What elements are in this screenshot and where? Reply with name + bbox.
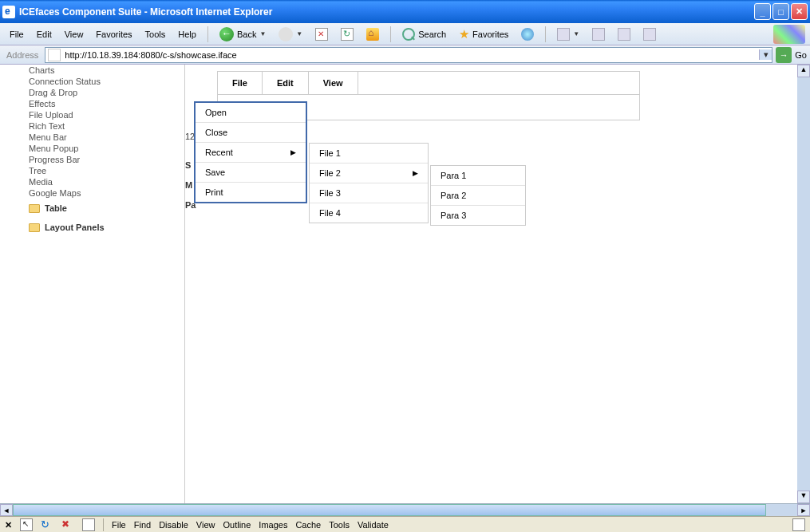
- folder-icon: [29, 223, 40, 232]
- dev-menu-outline[interactable]: Outline: [223, 520, 251, 530]
- submenu-item[interactable]: File 4: [310, 203, 428, 223]
- address-input-wrap[interactable]: ▾: [45, 47, 772, 63]
- windows-logo-icon: [773, 25, 805, 44]
- submenu-recent: File 1 File 2▶ File 3 File 4: [309, 143, 429, 223]
- edit-icon: [618, 28, 630, 41]
- submenu-item[interactable]: Para 2: [431, 186, 525, 206]
- content-area: ChartsConnection StatusDrag & DropEffect…: [0, 65, 810, 503]
- component-sidebar: ChartsConnection StatusDrag & DropEffect…: [0, 65, 185, 503]
- dev-clear-icon[interactable]: ✖: [61, 518, 74, 531]
- mail-button[interactable]: ▼: [552, 26, 584, 42]
- print-button[interactable]: [587, 26, 610, 42]
- sidebar-item[interactable]: Rich Text: [29, 120, 184, 132]
- submenu-item[interactable]: Para 3: [431, 206, 525, 225]
- sidebar-item[interactable]: Charts: [29, 65, 184, 76]
- code-icon: [643, 28, 656, 41]
- dropdown-menu-file: Open Close Recent▶ Save Print: [194, 101, 307, 203]
- chevron-right-icon: ▶: [290, 148, 296, 156]
- favorites-button[interactable]: ★Favorites: [454, 26, 513, 43]
- sidebar-item[interactable]: Menu Popup: [29, 143, 184, 154]
- dev-menu-cache[interactable]: Cache: [295, 520, 321, 530]
- sidebar-item[interactable]: Effects: [29, 98, 184, 109]
- demo-menu-view[interactable]: View: [309, 72, 358, 94]
- forward-icon: [279, 27, 293, 41]
- minimize-button[interactable]: _: [754, 3, 771, 20]
- sidebar-item[interactable]: Progress Bar: [29, 154, 184, 165]
- address-input[interactable]: [63, 50, 759, 60]
- star-icon: ★: [459, 27, 469, 41]
- demo-menu-file[interactable]: File: [218, 72, 263, 94]
- globe-icon: [521, 28, 534, 41]
- sidebar-item[interactable]: Connection Status: [29, 76, 184, 87]
- search-icon: [402, 28, 415, 41]
- submenu-item[interactable]: Para 1: [431, 166, 525, 186]
- menu-item-recent[interactable]: Recent▶: [196, 143, 306, 163]
- menu-tools[interactable]: Tools: [140, 27, 171, 41]
- menu-item-open[interactable]: Open: [196, 103, 306, 123]
- submenu-item[interactable]: File 1: [310, 144, 428, 164]
- main-content: File Edit View 123 S M Pa Open Close Rec…: [185, 65, 810, 503]
- forward-button[interactable]: ▼: [274, 26, 307, 43]
- search-button[interactable]: Search: [397, 26, 451, 42]
- sidebar-item[interactable]: Google Maps: [29, 187, 184, 199]
- code-button[interactable]: [638, 26, 661, 42]
- menu-file[interactable]: File: [5, 27, 29, 41]
- sidebar-item[interactable]: File Upload: [29, 109, 184, 120]
- horizontal-scrollbar[interactable]: ◄ ►: [0, 503, 810, 516]
- submenu-item[interactable]: File 2▶: [310, 164, 428, 183]
- dev-menu-view[interactable]: View: [196, 520, 215, 530]
- back-label: Back: [237, 30, 256, 39]
- inspect-icon[interactable]: [20, 518, 33, 531]
- chevron-right-icon: ▶: [413, 169, 418, 177]
- sidebar-item[interactable]: Menu Bar: [29, 132, 184, 143]
- dev-toolbar: ✕ ↻ ✖ File Find Disable View Outline Ima…: [0, 516, 810, 532]
- sidebar-group-layout[interactable]: Layout Panels: [0, 218, 184, 237]
- menu-item-save[interactable]: Save: [196, 163, 306, 183]
- dev-menu-validate[interactable]: Validate: [358, 520, 389, 530]
- menu-edit[interactable]: Edit: [32, 27, 57, 41]
- menu-item-close[interactable]: Close: [196, 123, 306, 143]
- menu-help[interactable]: Help: [173, 27, 201, 41]
- dev-menu-disable[interactable]: Disable: [159, 520, 188, 530]
- dev-popout-icon[interactable]: [82, 518, 95, 531]
- menu-view[interactable]: View: [60, 27, 89, 41]
- history-button[interactable]: [516, 26, 539, 42]
- address-bar: Address ▾ → Go: [0, 45, 810, 65]
- dev-menu-file[interactable]: File: [112, 520, 126, 530]
- ie-icon: [2, 6, 15, 18]
- dev-close-button[interactable]: ✕: [5, 520, 12, 530]
- go-button[interactable]: →: [776, 47, 792, 63]
- submenu-file2: Para 1 Para 2 Para 3: [430, 165, 526, 226]
- sidebar-item[interactable]: Tree: [29, 165, 184, 176]
- dev-menu-tools[interactable]: Tools: [329, 520, 350, 530]
- window-close-button[interactable]: ✕: [791, 3, 808, 20]
- dev-menu-find[interactable]: Find: [134, 520, 151, 530]
- address-dropdown[interactable]: ▾: [759, 49, 772, 60]
- home-icon: [366, 28, 379, 41]
- submenu-item[interactable]: File 3: [310, 183, 428, 203]
- demo-menubar: File Edit View: [218, 72, 639, 95]
- vertical-scrollbar[interactable]: ▲ ▼: [797, 65, 810, 503]
- print-icon: [592, 28, 605, 41]
- home-button[interactable]: [362, 26, 384, 42]
- window-title: ICEfaces Component Suite - Microsoft Int…: [19, 6, 754, 18]
- address-label: Address: [3, 50, 41, 60]
- refresh-icon: [341, 28, 354, 41]
- back-button[interactable]: Back ▼: [215, 26, 271, 43]
- back-icon: [219, 27, 234, 41]
- stop-button[interactable]: [310, 26, 333, 42]
- menu-item-print[interactable]: Print: [196, 183, 306, 202]
- sidebar-item[interactable]: Drag & Drop: [29, 87, 184, 98]
- sidebar-group-table[interactable]: Table: [0, 199, 184, 218]
- refresh-button[interactable]: [336, 26, 358, 42]
- dev-refresh-icon[interactable]: ↻: [41, 518, 53, 531]
- edit-button[interactable]: [613, 26, 635, 42]
- dropdown-icon: ▼: [259, 30, 266, 37]
- dev-menu-images[interactable]: Images: [259, 520, 287, 530]
- sidebar-item[interactable]: Media: [29, 176, 184, 187]
- demo-menu-edit[interactable]: Edit: [263, 72, 309, 94]
- dev-undock-icon[interactable]: [792, 518, 805, 531]
- go-label: Go: [795, 50, 807, 60]
- maximize-button[interactable]: □: [772, 3, 789, 20]
- menu-favorites[interactable]: Favorites: [91, 27, 136, 41]
